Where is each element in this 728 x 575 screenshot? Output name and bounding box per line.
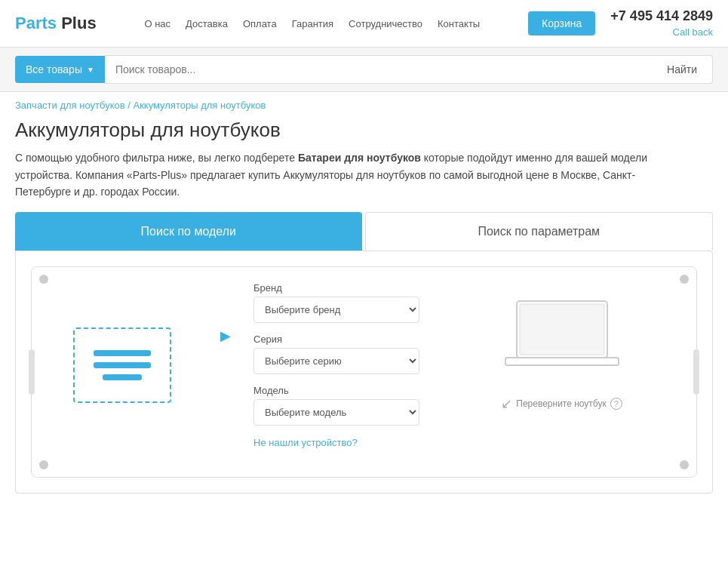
corner-dot-bl — [39, 460, 48, 469]
header: Parts Plus О нас Доставка Оплата Гаранти… — [0, 0, 728, 48]
svg-rect-1 — [520, 304, 604, 355]
tab-by-model[interactable]: Поиск по модели — [15, 212, 362, 251]
callback-link[interactable]: Call back — [673, 26, 713, 38]
search-button[interactable]: Найти — [652, 55, 713, 84]
corner-dot-br — [680, 460, 689, 469]
nav-cooperation[interactable]: Сотрудничество — [349, 18, 422, 29]
cart-button[interactable]: Корзина — [528, 11, 595, 35]
phone-number: +7 495 414 2849 — [610, 8, 713, 25]
model-label: Модель — [253, 385, 419, 396]
not-found-link[interactable]: Не нашли устройство? — [253, 437, 358, 448]
page-description: С помощью удобного фильтра ниже, вы легк… — [0, 149, 679, 212]
nav-payment[interactable]: Оплата — [243, 18, 277, 29]
page-title: Аккумуляторы для ноутбуков — [0, 114, 728, 149]
description-bold: Батареи для ноутбуков — [298, 152, 421, 164]
brand-group: Бренд Выберите бренд — [253, 282, 419, 323]
arrow-icon: ▶ — [220, 327, 231, 344]
svg-rect-2 — [505, 358, 619, 365]
model-group: Модель Выберите модель — [253, 385, 419, 426]
question-icon[interactable]: ? — [610, 398, 622, 410]
selects-area: Бренд Выберите бренд Серия Выберите сери… — [253, 282, 419, 448]
search-tabs: Поиск по модели Поиск по параметрам — [15, 212, 713, 251]
flip-label: Переверните ноутбук — [516, 398, 606, 409]
search-bar: Все товары ▼ Найти — [0, 48, 728, 92]
main-nav: О нас Доставка Оплата Гарантия Сотруднич… — [144, 18, 480, 29]
series-label: Серия — [253, 334, 419, 345]
nav-contacts[interactable]: Контакты — [438, 18, 480, 29]
logo-part2: Plus — [61, 14, 96, 32]
series-select[interactable]: Выберите серию — [253, 348, 419, 374]
laptop-right-illustration: ↙ Переверните ноутбук ? — [442, 282, 681, 412]
brand-label: Бренд — [253, 282, 419, 294]
flip-text: ↙ Переверните ноутбук ? — [501, 395, 622, 412]
breadcrumb: Запчасти для ноутбуков / Аккумуляторы дл… — [0, 92, 728, 114]
side-bar-right — [693, 349, 699, 395]
brand-select[interactable]: Выберите бренд — [253, 297, 419, 323]
logo: Parts Plus — [15, 14, 97, 33]
search-input[interactable] — [105, 55, 652, 84]
filter-inner: ▶ Бренд Выберите бренд Серия Выберите се… — [31, 266, 697, 478]
breadcrumb-current: Аккумуляторы для ноутбуков — [133, 100, 266, 111]
flip-arrow-icon: ↙ — [501, 395, 512, 412]
filter-box: ▶ Бренд Выберите бренд Серия Выберите се… — [15, 251, 713, 494]
dashed-line-2 — [94, 362, 152, 368]
nav-guarantee[interactable]: Гарантия — [292, 18, 333, 29]
model-select[interactable]: Выберите модель — [253, 399, 419, 426]
series-group: Серия Выберите серию — [253, 334, 419, 374]
nav-delivery[interactable]: Доставка — [186, 18, 228, 29]
all-goods-button[interactable]: Все товары ▼ — [15, 56, 105, 83]
side-bar-left — [29, 349, 35, 395]
dashed-line-1 — [94, 350, 152, 356]
laptop-left-illustration — [47, 282, 198, 448]
tab-by-params[interactable]: Поиск по параметрам — [365, 212, 714, 251]
dashed-line-3 — [103, 374, 143, 380]
chevron-down-icon: ▼ — [87, 66, 94, 74]
laptop-svg — [502, 297, 622, 380]
phone-block: +7 495 414 2849 Call back — [610, 8, 713, 39]
all-goods-label: Все товары — [26, 63, 82, 75]
breadcrumb-link-1[interactable]: Запчасти для ноутбуков — [15, 100, 125, 111]
dashed-rect — [73, 327, 171, 403]
description-pre: С помощью удобного фильтра ниже, вы легк… — [15, 152, 298, 164]
nav-about[interactable]: О нас — [144, 18, 170, 29]
logo-part1: Parts — [15, 14, 57, 32]
